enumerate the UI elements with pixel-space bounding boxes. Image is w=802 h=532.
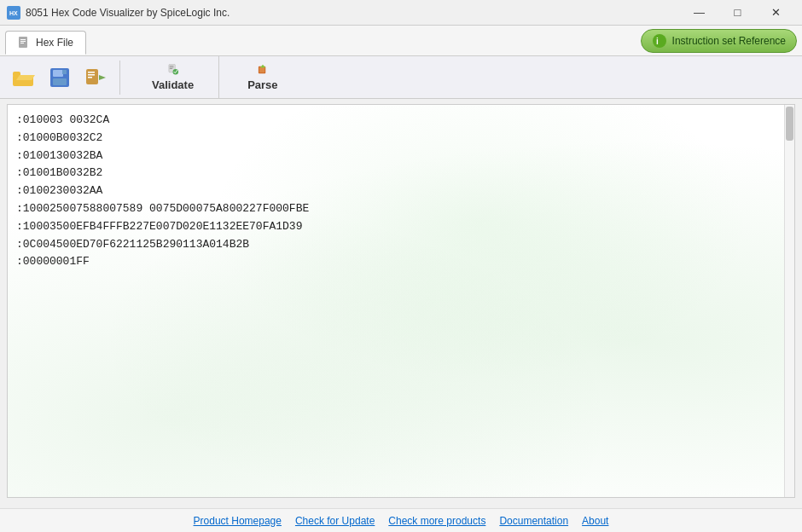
hex-line-3: :0100130032BA (16, 147, 786, 165)
open-button[interactable] (7, 61, 41, 95)
svg-rect-2 (19, 37, 27, 48)
title-bar-left: HX 8051 Hex Code Visualizer by SpiceLogi… (7, 6, 230, 20)
window-controls: — □ ✕ (680, 0, 795, 26)
hex-line-9: :00000001FF (16, 253, 786, 271)
svg-rect-23 (169, 68, 171, 69)
footer: Product Homepage Check for Update Check … (0, 508, 802, 532)
svg-rect-14 (62, 70, 67, 74)
instruction-icon: i (652, 33, 667, 49)
check-more-products-link[interactable]: Check more products (388, 515, 485, 527)
check-for-update-link[interactable]: Check for Update (295, 515, 375, 527)
hex-lines-container: :010003 0032CA :01000B0032C2 :0100130032… (8, 105, 794, 278)
svg-rect-5 (20, 43, 24, 43)
svg-rect-22 (169, 66, 173, 67)
parse-section: Parse (223, 56, 302, 99)
svg-rect-16 (88, 72, 95, 73)
tab-list: Hex File (5, 31, 86, 55)
svg-point-6 (653, 34, 666, 48)
toolbar: Validate Parse (0, 56, 802, 99)
validate-button[interactable]: Validate (137, 60, 208, 95)
svg-rect-17 (88, 74, 95, 76)
hex-line-5: :0100230032AA (16, 182, 786, 200)
validate-section: Validate (127, 56, 219, 99)
convert-icon (85, 68, 106, 87)
save-icon (50, 68, 69, 87)
instruction-btn-label: Instruction set Reference (672, 35, 786, 47)
open-icon (13, 68, 35, 87)
svg-rect-4 (20, 41, 26, 42)
svg-rect-13 (53, 78, 67, 85)
hex-line-6: :100025007588007589 0075D00075A800227F00… (16, 200, 786, 218)
app-icon: HX (7, 6, 20, 20)
hex-line-7: :10003500EFB4FFFB227E007D020E1132EE70FA1… (16, 218, 786, 236)
hex-line-2: :01000B0032C2 (16, 130, 786, 147)
hex-file-icon (18, 36, 32, 49)
documentation-link[interactable]: Documentation (499, 515, 568, 527)
parse-label: Parse (247, 78, 277, 91)
hex-content-area: :010003 0032CA :01000B0032C2 :0100130032… (7, 104, 795, 498)
svg-rect-12 (53, 70, 63, 77)
svg-text:HX: HX (9, 10, 18, 16)
parse-icon (251, 64, 275, 75)
close-button[interactable]: ✕ (757, 0, 795, 26)
title-bar: HX 8051 Hex Code Visualizer by SpiceLogi… (0, 0, 802, 26)
svg-rect-3 (20, 39, 26, 40)
parse-button[interactable]: Parse (233, 60, 292, 95)
about-link[interactable]: About (582, 515, 608, 527)
svg-rect-21 (169, 66, 173, 66)
hex-line-1: :010003 0032CA (16, 112, 786, 130)
minimize-button[interactable]: — (680, 0, 718, 26)
instruction-set-reference-button[interactable]: i Instruction set Reference (641, 29, 797, 53)
convert-button[interactable] (78, 61, 113, 95)
save-button[interactable] (43, 61, 77, 95)
tab-hex-file-label: Hex File (36, 37, 73, 49)
tab-hex-file[interactable]: Hex File (5, 31, 86, 55)
validate-icon (161, 64, 185, 75)
svg-text:i: i (656, 37, 659, 46)
svg-rect-18 (88, 77, 92, 78)
svg-marker-19 (99, 75, 106, 80)
maximize-button[interactable]: □ (718, 0, 757, 26)
hex-line-4: :01001B0032B2 (16, 165, 786, 182)
app-title: 8051 Hex Code Visualizer by SpiceLogic I… (26, 7, 230, 19)
validate-label: Validate (152, 78, 194, 91)
file-toolbar-group (7, 61, 120, 95)
tab-bar: Hex File i Instruction set Reference (0, 26, 802, 56)
svg-rect-26 (259, 66, 265, 72)
product-homepage-link[interactable]: Product Homepage (194, 515, 282, 527)
hex-line-8: :0C004500ED70F6221125B290113A014B2B (16, 236, 786, 254)
